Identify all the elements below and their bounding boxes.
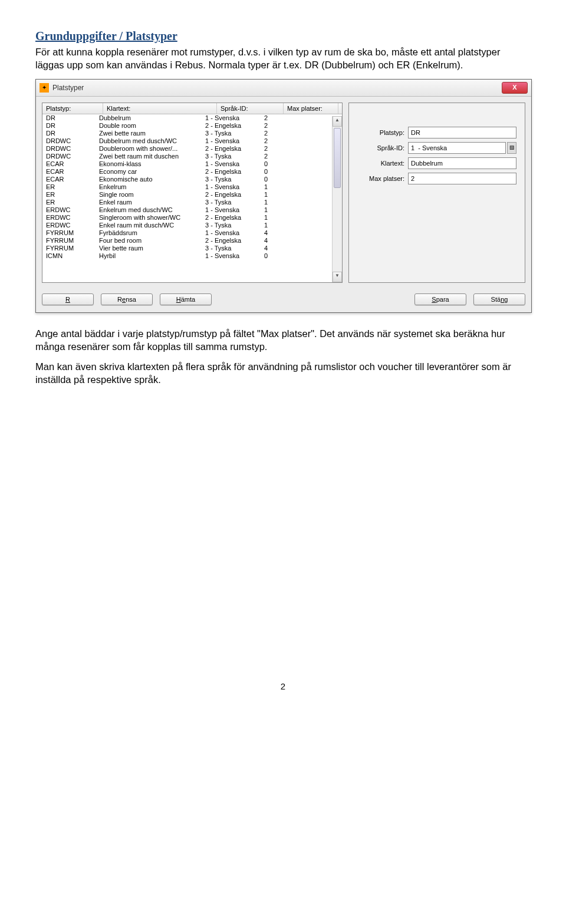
scroll-up-arrow[interactable]: ▲ [333, 116, 342, 127]
app-icon: ✦ [40, 83, 49, 93]
table-cell: 4 [261, 229, 308, 237]
label-klartext: Klartext: [357, 160, 408, 167]
table-cell: FYRRUM [42, 237, 96, 245]
table-cell: 3 - Tyska [202, 176, 261, 183]
table-cell: Ekonomi-klass [96, 160, 202, 168]
table-cell: 2 - Engelska [202, 214, 261, 222]
table-cell: 3 - Tyska [202, 245, 261, 252]
input-sprakid[interactable] [408, 142, 506, 154]
table-cell: 0 [261, 168, 308, 176]
table-cell: 2 - Engelska [202, 191, 261, 199]
scroll-thumb[interactable] [334, 128, 341, 188]
hamta-button[interactable]: HämtaHämta [160, 293, 212, 305]
table-cell: 4 [261, 237, 308, 245]
table-row[interactable]: DRZwei bette raum3 - Tyska2 [42, 130, 342, 137]
table-cell: 2 - Engelska [202, 168, 261, 176]
table-row[interactable]: FYRRUMFour bed room2 - Engelska4 [42, 237, 342, 245]
table-cell: 1 [261, 214, 308, 222]
table-cell: Dubbelrum [96, 114, 202, 122]
table-cell: ER [42, 191, 96, 199]
window-title: Platstyper [52, 84, 84, 92]
col-header-klartext[interactable]: Klartext: [103, 103, 217, 114]
scroll-down-arrow[interactable]: ▼ [333, 272, 342, 282]
table-cell: ERDWC [42, 214, 96, 222]
table-cell: Enkel raum mit dusch/WC [96, 222, 202, 229]
table-cell: ER [42, 199, 96, 206]
page-number: 2 [35, 681, 531, 691]
table-row[interactable]: DRDWCZwei bett raum mit duschen3 - Tyska… [42, 153, 342, 160]
table-row[interactable]: ECAREkonomi-klass1 - Svenska0 [42, 160, 342, 168]
table-row[interactable]: FYRRUMVier bette raum3 - Tyska4 [42, 245, 342, 252]
lookup-button[interactable]: ▧ [507, 142, 516, 154]
stang-button[interactable]: StängStäng [473, 293, 525, 305]
col-header-maxplatser[interactable]: Max platser: [284, 103, 338, 114]
table-cell: ECAR [42, 176, 96, 183]
table-cell: 1 - Svenska [202, 137, 261, 145]
table-cell: 1 - Svenska [202, 252, 261, 260]
table-row[interactable]: EREnkel raum3 - Tyska1 [42, 199, 342, 206]
table-cell: DRDWC [42, 137, 96, 145]
rensa-button[interactable]: RensaRensa [101, 293, 153, 305]
table-cell: Enkel raum [96, 199, 202, 206]
input-klartext[interactable] [408, 157, 516, 169]
table-cell: Hyrbil [96, 252, 202, 260]
table-cell: ICMN [42, 252, 96, 260]
table-cell: FYRRUM [42, 245, 96, 252]
radera-button[interactable]: RRadera [42, 293, 94, 305]
table-cell: DR [42, 122, 96, 130]
table-cell: 3 - Tyska [202, 222, 261, 229]
table-cell: DRDWC [42, 153, 96, 160]
table-row[interactable]: ICMNHyrbil1 - Svenska0 [42, 252, 342, 260]
spara-button[interactable]: SparaSpara [414, 293, 466, 305]
table-cell: Single room [96, 191, 202, 199]
table-row[interactable]: ECAREkonomische auto3 - Tyska0 [42, 176, 342, 183]
table-cell: Fyrbäddsrum [96, 229, 202, 237]
col-header-platstyp[interactable]: Platstyp: [42, 103, 103, 114]
table-row[interactable]: DRDouble room2 - Engelska2 [42, 122, 342, 130]
table-cell: Dubbelrum med dusch/WC [96, 137, 202, 145]
table-row[interactable]: FYRRUMFyrbäddsrum1 - Svenska4 [42, 229, 342, 237]
table-cell: Economy car [96, 168, 202, 176]
platstyper-window: ✦ Platstyper X Platstyp: Klartext: Språk… [35, 79, 532, 313]
table-cell: 2 - Engelska [202, 122, 261, 130]
table-row[interactable]: ECAREconomy car2 - Engelska0 [42, 168, 342, 176]
table-cell: Double room [96, 122, 202, 130]
table-cell: FYRRUM [42, 229, 96, 237]
table-cell: Enkelrum med dusch/WC [96, 206, 202, 214]
label-platstyp: Platstyp: [357, 129, 408, 136]
intro-paragraph: För att kunna koppla resenärer mot rumst… [35, 45, 531, 72]
label-sprakid: Språk-ID: [357, 144, 408, 151]
table-cell: 3 - Tyska [202, 199, 261, 206]
table-cell: Enkelrum [96, 183, 202, 191]
table-cell: DR [42, 130, 96, 137]
table-cell: 0 [261, 176, 308, 183]
table-row[interactable]: ERDWCEnkelrum med dusch/WC1 - Svenska1 [42, 206, 342, 214]
table-row[interactable]: DRDubbelrum1 - Svenska2 [42, 114, 342, 122]
table-row[interactable]: ERDWCSingleroom with shower/WC2 - Engels… [42, 214, 342, 222]
table-row[interactable]: ERSingle room2 - Engelska1 [42, 191, 342, 199]
table-cell: ECAR [42, 168, 96, 176]
table-cell: 1 [261, 222, 308, 229]
table-cell: 4 [261, 245, 308, 252]
close-button[interactable]: X [502, 82, 528, 94]
label-maxplatser: Max platser: [357, 175, 408, 182]
table-cell: DRDWC [42, 145, 96, 153]
section-heading: Grunduppgifter / Platstyper [35, 29, 531, 43]
input-platstyp[interactable] [408, 127, 516, 138]
data-grid[interactable]: Platstyp: Klartext: Språk-ID: Max platse… [42, 103, 343, 283]
col-header-sprakid[interactable]: Språk-ID: [217, 103, 284, 114]
table-cell: 1 - Svenska [202, 160, 261, 168]
table-cell: 2 [261, 153, 308, 160]
table-cell: Four bed room [96, 237, 202, 245]
table-row[interactable]: EREnkelrum1 - Svenska1 [42, 183, 342, 191]
input-maxplatser[interactable] [408, 173, 516, 184]
table-cell: Zwei bett raum mit duschen [96, 153, 202, 160]
table-cell: 1 [261, 191, 308, 199]
table-row[interactable]: DRDWCDubbelrum med dusch/WC1 - Svenska2 [42, 137, 342, 145]
table-cell: 1 - Svenska [202, 206, 261, 214]
table-row[interactable]: DRDWCDoubleroom with shower/...2 - Engel… [42, 145, 342, 153]
vertical-scrollbar[interactable]: ▲ ▼ [332, 116, 342, 282]
table-row[interactable]: ERDWCEnkel raum mit dusch/WC3 - Tyska1 [42, 222, 342, 229]
table-cell: Singleroom with shower/WC [96, 214, 202, 222]
table-cell: Doubleroom with shower/... [96, 145, 202, 153]
